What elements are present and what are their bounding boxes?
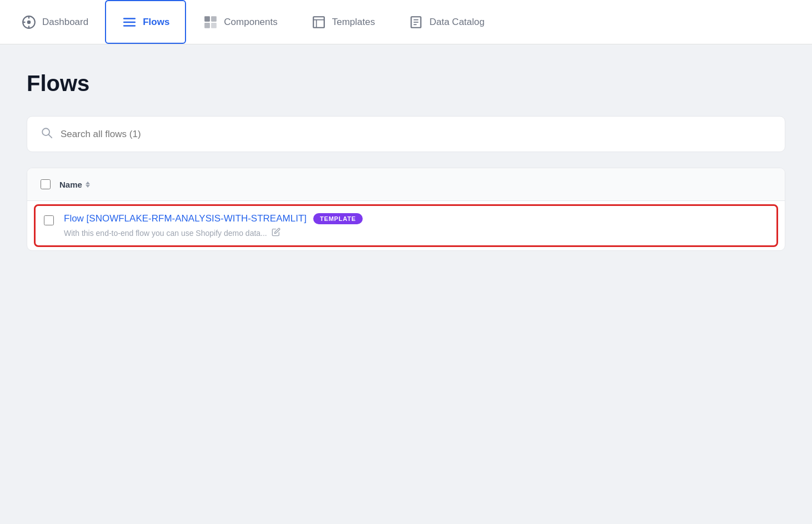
navbar: Dashboard Flows Components (0, 0, 812, 44)
nav-item-templates[interactable]: Templates (294, 0, 392, 44)
row-title-line: Flow [SNOWFLAKE-RFM-ANALYSIS-WITH-STREAM… (64, 213, 768, 224)
main-content: Flows Name (0, 44, 812, 278)
nav-data-catalog-label: Data Catalog (429, 17, 484, 28)
sort-icon[interactable] (86, 182, 90, 188)
edit-icon[interactable] (272, 228, 280, 238)
table-header: Name (27, 168, 785, 201)
nav-item-components[interactable]: Components (186, 0, 294, 44)
table-row: Flow [SNOWFLAKE-RFM-ANALYSIS-WITH-STREAM… (34, 204, 778, 247)
flow-link[interactable]: Flow [SNOWFLAKE-RFM-ANALYSIS-WITH-STREAM… (64, 213, 307, 224)
svg-rect-11 (211, 23, 217, 28)
select-all-checkbox[interactable] (41, 179, 51, 189)
svg-rect-10 (205, 23, 210, 28)
nav-item-flows[interactable]: Flows (105, 0, 186, 44)
name-column-header: Name (59, 180, 90, 189)
page-title: Flows (27, 71, 785, 96)
row-content: Flow [SNOWFLAKE-RFM-ANALYSIS-WITH-STREAM… (64, 213, 768, 238)
svg-point-1 (27, 20, 31, 24)
data-catalog-icon (408, 14, 424, 30)
svg-rect-8 (205, 16, 210, 22)
nav-dashboard-label: Dashboard (42, 17, 88, 28)
nav-templates-label: Templates (332, 17, 375, 28)
row-checkbox[interactable] (44, 215, 54, 225)
nav-flows-label: Flows (143, 17, 169, 28)
template-badge: TEMPLATE (313, 213, 363, 224)
flows-icon (122, 14, 137, 30)
svg-rect-12 (313, 17, 324, 28)
flows-table: Name Flow [SNOWFLAKE-RFM-ANALYSIS-WITH-S… (27, 168, 785, 251)
search-container (27, 116, 785, 152)
svg-line-20 (49, 135, 52, 138)
row-description: With this end-to-end flow you can use Sh… (64, 228, 768, 238)
search-input[interactable] (61, 129, 771, 140)
nav-item-dashboard[interactable]: Dashboard (4, 0, 105, 44)
templates-icon (311, 14, 327, 30)
dashboard-icon (21, 14, 37, 30)
svg-rect-9 (211, 16, 217, 22)
components-icon (203, 14, 218, 30)
nav-item-data-catalog[interactable]: Data Catalog (392, 0, 501, 44)
search-icon (41, 127, 53, 142)
nav-components-label: Components (224, 17, 277, 28)
